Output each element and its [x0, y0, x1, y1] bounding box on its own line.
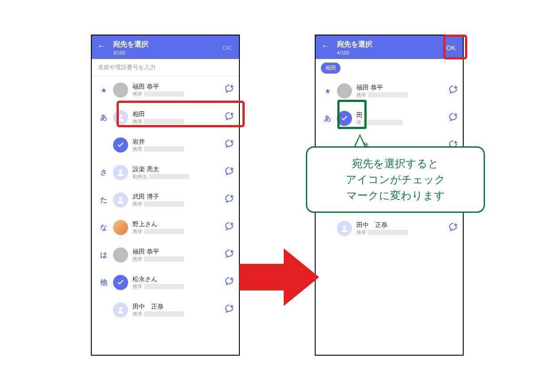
- contact-info: 福田 恭平携帯: [133, 83, 224, 98]
- contact-row[interactable]: 田中 正恭携帯: [92, 296, 239, 324]
- redacted-number: [144, 256, 184, 262]
- svg-point-32: [343, 225, 346, 228]
- redacted-number: [144, 311, 184, 317]
- svg-point-2: [119, 114, 122, 118]
- new-message-icon[interactable]: [224, 221, 235, 234]
- contact-sub: 帯: [356, 119, 448, 126]
- contact-name: 田中 正恭: [133, 303, 224, 311]
- redacted-number: [368, 230, 408, 235]
- contact-info: 田中 正恭携帯: [133, 303, 224, 318]
- contact-info: 福田 恭平携帯: [356, 84, 448, 98]
- contact-row[interactable]: あ相田携帯: [92, 104, 239, 131]
- contact-info: 松永さん携帯: [133, 275, 224, 290]
- new-message-icon[interactable]: [224, 304, 235, 316]
- contact-name: 武田 博子: [133, 193, 224, 201]
- contact-row[interactable]: 他松永さん携帯: [92, 269, 239, 296]
- contact-sub: 携帯: [133, 118, 224, 125]
- contact-avatar-icon: [337, 221, 352, 236]
- contact-avatar-icon: [113, 82, 128, 98]
- contact-avatar-icon: [113, 220, 128, 235]
- contact-info: 野上さん携帯: [133, 220, 224, 235]
- header-count: 4/100: [337, 50, 444, 55]
- contact-info: 福田 恭平携帯: [133, 248, 224, 263]
- contact-avatar-icon: [113, 302, 128, 318]
- contact-name: 福田 恭平: [133, 83, 224, 91]
- new-message-icon[interactable]: [224, 249, 235, 261]
- section-letter: は: [94, 251, 113, 260]
- contact-sub: 勤務先: [133, 173, 224, 180]
- contact-chip[interactable]: 相田: [321, 63, 340, 74]
- new-message-icon[interactable]: [224, 166, 235, 179]
- contact-row[interactable]: た武田 博子携帯: [92, 186, 239, 214]
- svg-point-10: [119, 197, 122, 200]
- redacted-number: [144, 146, 184, 152]
- section-letter: さ: [94, 168, 113, 177]
- new-message-icon[interactable]: [224, 84, 235, 96]
- contact-sub: 携帯: [133, 146, 224, 153]
- transition-arrow-icon: [239, 248, 319, 308]
- search-input[interactable]: 名前や電話番号を入力: [92, 59, 239, 76]
- contact-name: 福田 恭平: [133, 248, 224, 256]
- section-letter: た: [94, 196, 113, 205]
- header-count: 3/100: [113, 50, 220, 55]
- contact-sub: 携帯: [356, 92, 448, 98]
- header: ← 宛先を選択 4/100 OK: [316, 35, 463, 59]
- contact-info: 武田 博子携帯: [133, 193, 224, 208]
- star-icon: ★: [94, 86, 113, 94]
- contact-info: 相田携帯: [133, 110, 224, 125]
- contact-row[interactable]: ★福田 恭平携帯: [92, 76, 239, 104]
- checkmark-avatar-icon: [337, 111, 352, 126]
- contact-row[interactable]: ★福田 恭平携帯: [316, 77, 463, 105]
- contact-sub: 携帯: [133, 91, 224, 98]
- contact-sub: 携帯: [133, 256, 224, 263]
- new-message-icon[interactable]: [224, 276, 235, 289]
- contact-name: 野上さん: [133, 220, 224, 228]
- new-message-icon[interactable]: [224, 139, 235, 151]
- phone-screen-left: ← 宛先を選択 3/100 OK 名前や電話番号を入力 ★福田 恭平携帯あ相田携…: [91, 35, 240, 356]
- contact-info: 田帯: [356, 111, 448, 126]
- contact-name: 田中 正恭: [356, 221, 448, 229]
- new-message-icon[interactable]: [224, 194, 235, 206]
- redacted-number: [144, 284, 184, 289]
- contact-avatar-icon: [113, 165, 128, 180]
- ok-button[interactable]: OK: [220, 43, 234, 52]
- contact-sub: 携帯: [356, 229, 448, 236]
- contact-row[interactable]: 岩井携帯: [92, 131, 239, 159]
- star-icon: ★: [318, 87, 337, 95]
- section-letter: あ: [94, 113, 113, 122]
- contact-name: 福田 恭平: [356, 84, 448, 92]
- svg-point-7: [119, 169, 122, 172]
- svg-marker-35: [239, 248, 319, 306]
- redacted-number: [144, 201, 184, 207]
- contact-info: 岩井携帯: [133, 138, 224, 153]
- back-arrow-icon[interactable]: ←: [97, 41, 106, 51]
- redacted-number: [144, 91, 184, 97]
- contact-row[interactable]: 田中 正恭携帯: [316, 215, 463, 242]
- contact-row[interactable]: あ田帯: [316, 105, 463, 132]
- new-message-icon[interactable]: [224, 111, 235, 124]
- header: ← 宛先を選択 3/100 OK: [92, 35, 239, 59]
- new-message-icon[interactable]: [448, 112, 458, 125]
- contact-avatar-icon: [337, 83, 352, 98]
- contact-name: 設楽 亮太: [133, 165, 224, 173]
- contact-sub: 携帯: [133, 201, 224, 208]
- section-letter: な: [94, 223, 113, 232]
- ok-button[interactable]: OK: [444, 43, 457, 52]
- contact-row[interactable]: は福田 恭平携帯: [92, 241, 239, 269]
- contact-sub: 携帯: [133, 311, 224, 318]
- contact-info: 設楽 亮太勤務先: [133, 165, 224, 180]
- contact-avatar-icon: [113, 192, 128, 208]
- contact-row[interactable]: さ設楽 亮太勤務先: [92, 159, 239, 186]
- contact-sub: 携帯: [133, 228, 224, 235]
- contact-name: 岩井: [133, 138, 224, 146]
- contact-info: 田中 正恭携帯: [356, 221, 448, 236]
- new-message-icon[interactable]: [448, 85, 458, 97]
- contact-row[interactable]: な野上さん携帯: [92, 214, 239, 241]
- back-arrow-icon[interactable]: ←: [321, 41, 330, 51]
- section-letter: あ: [318, 114, 337, 123]
- redacted-number: [149, 174, 189, 179]
- header-title: 宛先を選択: [337, 40, 444, 49]
- new-message-icon[interactable]: [448, 222, 458, 235]
- checkmark-avatar-icon: [113, 137, 128, 153]
- redacted-number: [363, 120, 403, 125]
